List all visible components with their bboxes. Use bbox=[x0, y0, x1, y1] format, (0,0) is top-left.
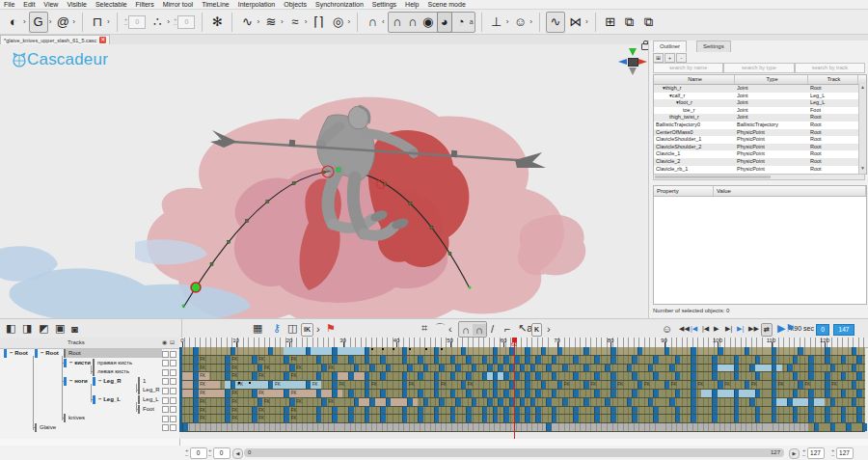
outliner-row[interactable]: thigh_twist_rJointRoot bbox=[654, 114, 866, 122]
keyframe-bar[interactable] bbox=[466, 415, 472, 422]
track-glaive[interactable]: Glaive bbox=[35, 423, 56, 432]
trajectory-key-green[interactable] bbox=[337, 168, 340, 172]
toolbar-spinner[interactable]: +−0 bbox=[124, 15, 147, 29]
rig-icon[interactable]: ⋈ bbox=[567, 13, 584, 32]
play-icon[interactable]: ▶ bbox=[714, 321, 719, 336]
keyframe-bar[interactable] bbox=[503, 407, 509, 415]
keyframe-bar[interactable] bbox=[712, 365, 718, 372]
keyframe-bar[interactable] bbox=[745, 381, 750, 389]
keyframe-bar[interactable] bbox=[632, 415, 637, 422]
keyframe-bar[interactable] bbox=[493, 372, 499, 380]
keyframe-bar[interactable] bbox=[252, 356, 258, 364]
trajectory-lock-icon-dropdown[interactable]: › bbox=[281, 17, 284, 26]
keyframe-bar[interactable] bbox=[675, 356, 681, 364]
frame-all-icon[interactable]: ⌗ bbox=[421, 321, 427, 336]
keyframe-bar[interactable] bbox=[402, 372, 408, 380]
keyframe-bar[interactable] bbox=[482, 372, 488, 380]
keyframe-bar[interactable] bbox=[365, 415, 370, 422]
keyframe-bar[interactable] bbox=[284, 356, 289, 364]
interp-chevron[interactable]: › bbox=[547, 321, 551, 336]
track-visible-checkbox[interactable] bbox=[162, 360, 169, 366]
keyframe-bar[interactable] bbox=[348, 407, 354, 415]
keyframe-bar[interactable] bbox=[745, 347, 750, 355]
range-start-spinner[interactable]: +−0 bbox=[185, 447, 207, 459]
keyframe-bar[interactable] bbox=[316, 356, 322, 364]
keyframe-bar[interactable] bbox=[525, 415, 530, 422]
keyframe-bar[interactable] bbox=[632, 390, 637, 397]
timeline-track-row-Leg_R-1[interactable]: FKFKFKFKFKFKFKFKFKFKFKFKFKFKFKFKFKFKFKFK bbox=[179, 381, 865, 390]
keyframe-bar[interactable] bbox=[193, 372, 199, 380]
camera-view-icon[interactable]: ◐ bbox=[5, 13, 22, 32]
trajectory-icon[interactable]: ∿ bbox=[238, 13, 256, 32]
keyframe-bar[interactable] bbox=[605, 365, 610, 372]
keyframe-bar[interactable] bbox=[493, 390, 499, 397]
menu-selectable[interactable]: Selectable bbox=[95, 0, 127, 10]
keyframe-bar[interactable] bbox=[691, 372, 696, 380]
keyframe-bar[interactable] bbox=[321, 398, 327, 406]
keyframe-bar[interactable] bbox=[610, 372, 616, 380]
keyframe-bar[interactable] bbox=[525, 381, 530, 389]
keyframe-bar[interactable] bbox=[825, 372, 830, 380]
keyframe-bar[interactable] bbox=[793, 415, 799, 422]
timeline-track-row-knives[interactable]: FKFKFKFK bbox=[179, 415, 865, 423]
keyframe-bar[interactable] bbox=[772, 398, 777, 406]
keyframe-bar[interactable] bbox=[386, 398, 392, 406]
keyframe-bar[interactable] bbox=[583, 398, 589, 406]
keyframe-bar[interactable] bbox=[193, 347, 199, 355]
timeline-track-row-Root[interactable]: FKFKFKFK bbox=[179, 356, 865, 365]
keyframe-bar[interactable] bbox=[321, 365, 327, 372]
keyframe-bar[interactable] bbox=[648, 365, 654, 372]
keyframe-bar[interactable] bbox=[535, 415, 541, 422]
track-visible-checkbox[interactable] bbox=[162, 351, 169, 358]
ik-mode-button[interactable]: IK bbox=[301, 323, 313, 337]
keyframe-bar[interactable] bbox=[466, 390, 472, 397]
keyframe-bar[interactable] bbox=[535, 372, 541, 380]
keyframe-bar[interactable] bbox=[856, 390, 862, 397]
tab-outliner[interactable]: Outliner bbox=[653, 41, 687, 52]
track-knives[interactable]: knives bbox=[64, 414, 85, 422]
keyframe-bar[interactable] bbox=[856, 415, 862, 422]
keyframe-bar[interactable] bbox=[653, 390, 659, 397]
track-lock-checkbox[interactable] bbox=[170, 406, 176, 413]
keyframe-bar[interactable] bbox=[862, 423, 868, 431]
outliner-row[interactable]: CenterOfMass0PhysicPointRoot bbox=[654, 129, 866, 137]
keyframe-bar[interactable] bbox=[472, 365, 477, 372]
keyframe-bar[interactable] bbox=[466, 356, 472, 364]
keyframe-bar[interactable] bbox=[332, 347, 338, 355]
keyframe-bar[interactable] bbox=[573, 407, 579, 415]
keyframe-bar[interactable] bbox=[830, 423, 836, 431]
keyframe-bar[interactable] bbox=[573, 372, 579, 380]
keyframe-bar[interactable] bbox=[348, 372, 354, 380]
trajectory-lock-icon[interactable]: ≋ bbox=[262, 13, 280, 32]
keyframe-bar[interactable] bbox=[493, 356, 499, 364]
keyframe-bar[interactable] bbox=[493, 347, 499, 355]
menu-help[interactable]: Help bbox=[405, 0, 419, 10]
circle-filled-icon[interactable]: ◉ bbox=[421, 13, 435, 32]
keyframe-bar[interactable] bbox=[562, 398, 568, 406]
keyframe-bar[interactable] bbox=[856, 372, 862, 380]
keyframe-bar[interactable] bbox=[772, 415, 777, 422]
keyframe-bar[interactable] bbox=[439, 365, 445, 372]
track-leg_l[interactable]: Leg_L bbox=[138, 395, 159, 404]
keyframe-bar[interactable] bbox=[691, 398, 696, 406]
keyframe-bar[interactable] bbox=[573, 390, 579, 397]
keyframe-bar[interactable] bbox=[734, 415, 740, 422]
outliner-table-header[interactable]: Name Type Track bbox=[654, 75, 866, 85]
easel-icon[interactable]: ⊓ bbox=[89, 13, 106, 32]
keyframe-bar[interactable] bbox=[332, 415, 338, 422]
keyframe-bar[interactable] bbox=[718, 347, 723, 355]
keyframe-bar[interactable] bbox=[734, 365, 740, 372]
keyframe-bar[interactable] bbox=[284, 415, 289, 422]
keyframe-bar[interactable] bbox=[193, 356, 199, 364]
keyframe-bar[interactable] bbox=[841, 415, 847, 422]
keyframe-bar[interactable] bbox=[637, 347, 643, 355]
keyframe-bar[interactable] bbox=[825, 347, 830, 355]
keyframe-bar[interactable] bbox=[653, 356, 659, 364]
keyframe-bar[interactable] bbox=[535, 356, 541, 364]
keyframe-bar[interactable] bbox=[808, 390, 814, 397]
rotation-spiral-icon-dropdown[interactable]: › bbox=[72, 17, 75, 26]
track-visible-checkbox[interactable] bbox=[162, 424, 169, 431]
track-леваякисть[interactable]: левая кисть bbox=[93, 367, 129, 376]
track-lock-checkbox[interactable] bbox=[170, 397, 176, 404]
play-to-flag-icon[interactable]: ▶⚑ bbox=[777, 321, 795, 336]
